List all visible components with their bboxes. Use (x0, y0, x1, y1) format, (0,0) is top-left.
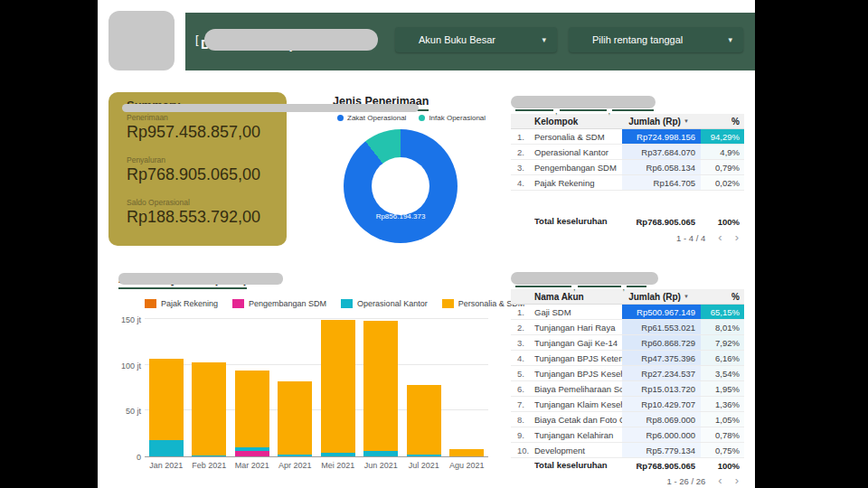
row-index: 3. (511, 338, 534, 348)
table1-next-page-button[interactable]: › (735, 233, 739, 242)
row-jumlah-cell: Rp10.429.707 (622, 397, 701, 411)
sort-desc-icon: ▼ (684, 114, 689, 129)
table-row: 1.Personalia & SDMRp724.998.15694,29% (511, 129, 744, 145)
row-jumlah-cell: Rp8.069.000 (622, 412, 701, 427)
bar-chart-legend: Pajak RekeningPengembangan SDMOperasiona… (145, 299, 524, 308)
table-row: 1.Gaji SDMRp500.967.14965,15% (511, 305, 744, 320)
filter-dropdown-akun-buku-besar[interactable]: Akun Buku Besar ▾ (395, 27, 557, 52)
legend-dot-icon (337, 115, 344, 121)
table-row: 4.Tunjangan BPJS Keten...Rp47.375.3966,1… (511, 351, 744, 366)
row-name: Biaya Cetak dan Foto C... (534, 415, 622, 425)
row-pct-cell: 1,36% (701, 397, 744, 411)
bar-chart-x-axis: Jan 2021Feb 2021Mar 2021Apr 2021Mei 2021… (145, 461, 488, 470)
row-pct-cell: 0,02% (701, 175, 744, 190)
row-jumlah-cell: Rp164.705 (622, 175, 701, 190)
legend-label: Operasional Kantor (357, 299, 428, 308)
row-name: Tunjangan Kelahiran (534, 430, 622, 440)
legend-item: Pajak Rekening (145, 299, 218, 308)
table2-rows: 1.Gaji SDMRp500.967.14965,15%2.Tunjangan… (511, 305, 744, 458)
table2-header-row: Nama Akun Jumlah (Rp) ▼ % (511, 289, 744, 305)
table1-rows: 1.Personalia & SDMRp724.998.15694,29%2.O… (511, 129, 744, 191)
stacked-bar[interactable] (363, 321, 398, 456)
stacked-bar[interactable] (192, 362, 226, 456)
nama-akun-table: Nama Akun Jumlah (Rp) ▼ % 1.Gaji SDMRp50… (511, 289, 744, 487)
bar-segment (192, 455, 226, 456)
table-row: 7.Tunjangan Klaim Keseh...Rp10.429.7071,… (511, 397, 744, 412)
row-pct-cell: 3,54% (701, 366, 744, 380)
stacked-bar[interactable] (235, 371, 269, 456)
kelompok-table: Kelompok Jumlah (Rp) ▼ % 1.Personalia & … (511, 114, 744, 244)
summary-item-label: Saldo Operasional (127, 198, 260, 207)
bar-title-redaction-blob (118, 273, 283, 285)
bar-segment (235, 451, 269, 456)
table1-title-redaction-blob (511, 96, 656, 108)
table2-page-info: 1 - 26 / 26 (667, 476, 706, 486)
row-jumlah-cell: Rp37.684.070 (622, 145, 701, 159)
table-row: 2.Operasional KantorRp37.684.0704,9% (511, 145, 744, 160)
filter-dropdown-rentang-tanggal[interactable]: Pilih rentang tanggal ▾ (569, 27, 743, 52)
table-row: 10.DevelopmentRp5.779.1340,75% (511, 443, 744, 458)
row-pct-cell: 0,78% (701, 427, 744, 442)
bar-segment (192, 362, 226, 455)
y-tick-label: 50 jt (110, 407, 141, 416)
row-index: 7. (511, 399, 534, 409)
row-pct-cell: 6,16% (701, 351, 744, 365)
x-tick-label: Jun 2021 (360, 461, 403, 470)
row-pct-cell: 94,29% (701, 129, 744, 144)
table-row: 3.Pengembangan SDMRp6.058.1340,79% (511, 160, 744, 175)
row-name: Tunjangan Hari Raya (534, 323, 622, 333)
donut-legend: Zakat OperasionalInfak Operasional (337, 114, 486, 122)
summary-item: PenyaluranRp768.905.065,00 (127, 155, 260, 184)
table2-header-metric[interactable]: Jumlah (Rp) ▼ (622, 289, 701, 304)
table2-next-page-button[interactable]: › (735, 476, 739, 485)
bar-segment (363, 451, 398, 456)
stacked-bar[interactable] (278, 381, 312, 456)
x-tick-label: Mar 2021 (231, 461, 274, 470)
summary-item: Saldo OperasionalRp188.553.792,00 (127, 198, 260, 227)
table-row: 9.Tunjangan KelahiranRp6.000.0000,78% (511, 427, 744, 443)
filter-label: Pilih rentang tanggal (592, 34, 683, 45)
table1-header-pct: % (701, 114, 744, 128)
legend-label: Zakat Operasional (347, 114, 406, 122)
row-jumlah-cell: Rp5.779.134 (622, 443, 701, 457)
bar-segment (149, 440, 184, 456)
row-jumlah-cell: Rp6.000.000 (622, 427, 701, 442)
bar-segment (363, 321, 398, 451)
row-jumlah-cell: Rp60.868.729 (622, 335, 701, 350)
table2-header-pct: % (701, 289, 744, 304)
table1-header-metric[interactable]: Jumlah (Rp) ▼ (622, 114, 701, 128)
legend-swatch-icon (145, 299, 156, 308)
stacked-bar[interactable] (149, 359, 184, 456)
row-jumlah-cell: Rp500.967.149 (622, 305, 701, 319)
row-pct-cell: 7,92% (701, 335, 744, 350)
row-pct-cell: 1,05% (701, 412, 744, 427)
row-index: 4. (511, 178, 534, 188)
caret-down-icon: ▾ (533, 35, 546, 44)
summary-items: PenerimaanRp957.458.857,00PenyaluranRp76… (127, 113, 260, 240)
row-pct-cell: 4,9% (701, 145, 744, 159)
donut-chart[interactable] (344, 129, 458, 243)
bar-chart-plot[interactable] (145, 314, 488, 457)
table2-prev-page-button[interactable]: ‹ (718, 476, 722, 485)
row-pct-cell: 0,79% (701, 160, 744, 174)
x-tick-label: Agu 2021 (446, 461, 489, 470)
summary-item-label: Penerimaan (127, 113, 260, 122)
stacked-bar[interactable] (449, 449, 484, 456)
summary-item-label: Penyaluran (127, 155, 260, 164)
legend-swatch-icon (232, 299, 244, 308)
table1-title-underline: , , (515, 109, 654, 113)
bar-segment (407, 455, 441, 456)
row-jumlah-cell: Rp27.234.537 (622, 366, 701, 380)
legend-label: Infak Operasional (429, 114, 486, 122)
legend-item: Infak Operasional (419, 114, 486, 122)
table1-prev-page-button[interactable]: ‹ (718, 233, 722, 242)
legend-item: Operasional Kantor (341, 299, 428, 308)
row-pct-cell: 8,01% (701, 320, 744, 334)
row-index: 1. (511, 307, 534, 317)
y-tick-label: 150 jt (110, 315, 141, 324)
stacked-bar[interactable] (407, 385, 441, 456)
title-edge-mark: [ (195, 33, 199, 46)
stacked-bar[interactable] (321, 320, 355, 456)
legend-item: Pengembangan SDM (232, 299, 326, 308)
table-row: 8.Biaya Cetak dan Foto C...Rp8.069.0001,… (511, 412, 744, 427)
